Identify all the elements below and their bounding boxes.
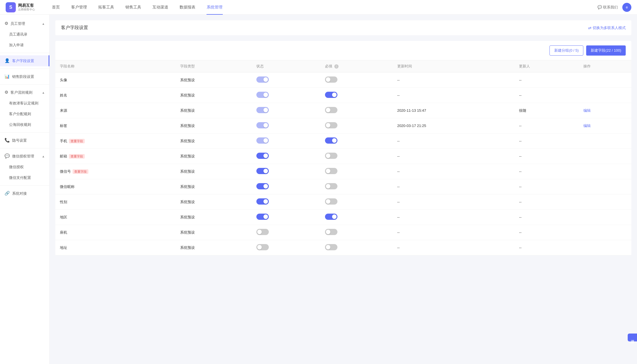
table-row: 手机查重字段系统预设 ---- bbox=[55, 133, 631, 149]
status-toggle[interactable] bbox=[256, 214, 269, 220]
nav-items: 首页 客户管理 拓客工具 销售工具 互动渠道 数据报表 系统管理 bbox=[46, 0, 597, 15]
required-toggle[interactable] bbox=[325, 214, 337, 220]
action-cell bbox=[579, 73, 631, 88]
logo-main: 网易互客 bbox=[18, 3, 35, 8]
required-cell bbox=[320, 133, 392, 149]
wechat-icon: 💬 bbox=[5, 154, 10, 158]
status-toggle[interactable] bbox=[256, 122, 269, 128]
sidebar-header-staff[interactable]: ⚙员工管理 ▲ bbox=[0, 18, 49, 29]
nav-item-system[interactable]: 系统管理 bbox=[201, 0, 228, 15]
sidebar-header-sales-stage[interactable]: 📊销售阶段设置 bbox=[0, 71, 49, 82]
status-cell bbox=[252, 240, 321, 255]
nav-item-interact[interactable]: 互动渠道 bbox=[147, 0, 174, 15]
status-toggle[interactable] bbox=[256, 107, 269, 113]
required-info-icon[interactable]: i bbox=[334, 64, 339, 69]
required-toggle[interactable] bbox=[325, 153, 337, 159]
table-row: 微信号查重字段系统预设 ---- bbox=[55, 164, 631, 179]
update-time-cell: 2020-11-13 15:47 bbox=[393, 103, 515, 118]
message-icon: 💬 bbox=[597, 5, 602, 9]
status-cell bbox=[252, 194, 321, 210]
required-toggle[interactable] bbox=[325, 168, 337, 174]
update-time-cell: -- bbox=[393, 210, 515, 225]
divider-3 bbox=[0, 84, 49, 85]
table-row: 头像系统预设 ---- bbox=[55, 73, 631, 88]
switch-mode-btn[interactable]: ⇄ 切换为多联系人模式 bbox=[588, 25, 626, 30]
sidebar-header-sys-connect[interactable]: 🔗系统对接 bbox=[0, 188, 49, 199]
th-field-type: 字段类型 bbox=[176, 60, 252, 73]
float-message-btn[interactable]: 消息 bbox=[628, 334, 637, 341]
logo-icon: S bbox=[6, 2, 16, 12]
status-toggle[interactable] bbox=[256, 76, 269, 83]
sidebar-item-customer-fields[interactable]: 👤客户字段设置 bbox=[0, 55, 49, 66]
user-avatar[interactable]: e bbox=[622, 3, 631, 12]
page-title: 客户字段设置 bbox=[61, 25, 88, 31]
nav-item-data[interactable]: 数据报表 bbox=[174, 0, 201, 15]
contact-us-btn[interactable]: 💬 联系我们 bbox=[597, 5, 618, 10]
sidebar-header-hide-number[interactable]: 📞隐号设置 bbox=[0, 135, 49, 146]
logo-text: 网易互客 云商销售中心 bbox=[18, 3, 35, 11]
required-toggle[interactable] bbox=[325, 244, 337, 250]
status-toggle[interactable] bbox=[256, 198, 269, 205]
sidebar-item-staff-list[interactable]: 员工通讯录 bbox=[0, 29, 49, 40]
status-toggle[interactable] bbox=[256, 183, 269, 189]
nav-right: 💬 联系我们 e bbox=[597, 3, 631, 12]
updater-cell: -- bbox=[514, 88, 579, 103]
sidebar-header-transfer[interactable]: ⚙客户流转规则 ▲ bbox=[0, 87, 49, 98]
status-toggle[interactable] bbox=[256, 153, 269, 159]
required-cell bbox=[320, 88, 392, 103]
main-content: 客户字段设置 ⇄ 切换为多联系人模式 新建分组(0 / 5) 新建字段(22 /… bbox=[50, 15, 637, 364]
required-toggle[interactable] bbox=[325, 137, 337, 144]
table-row: 姓名系统预设 ---- bbox=[55, 88, 631, 103]
action-cell bbox=[579, 225, 631, 240]
required-toggle[interactable] bbox=[325, 198, 337, 205]
required-toggle[interactable] bbox=[325, 229, 337, 235]
updater-cell: -- bbox=[514, 225, 579, 240]
status-toggle[interactable] bbox=[256, 168, 269, 174]
status-toggle[interactable] bbox=[256, 137, 269, 144]
required-toggle[interactable] bbox=[325, 76, 337, 83]
required-toggle[interactable] bbox=[325, 122, 337, 128]
edit-link[interactable]: 编辑 bbox=[583, 124, 591, 128]
required-cell bbox=[320, 225, 392, 240]
updater-cell: -- bbox=[514, 149, 579, 164]
sidebar-item-wechat-pay[interactable]: 微信支付配置 bbox=[0, 172, 49, 183]
update-time-cell: -- bbox=[393, 240, 515, 255]
nav-item-sales[interactable]: 销售工具 bbox=[120, 0, 147, 15]
edit-link[interactable]: 编辑 bbox=[583, 108, 591, 113]
new-group-btn[interactable]: 新建分组(0 / 5) bbox=[549, 45, 583, 56]
sidebar-item-reclaim-rule[interactable]: 公海回收规则 bbox=[0, 119, 49, 130]
required-toggle[interactable] bbox=[325, 183, 337, 189]
field-type-cell: 系统预设 bbox=[176, 73, 252, 88]
chevron-up-icon: ▲ bbox=[42, 22, 45, 25]
status-toggle[interactable] bbox=[256, 229, 269, 235]
sidebar-item-assign-rule[interactable]: 客户分配规则 bbox=[0, 109, 49, 119]
required-cell bbox=[320, 73, 392, 88]
duplicate-badge: 查重字段 bbox=[69, 154, 85, 159]
nav-item-customer[interactable]: 客户管理 bbox=[66, 0, 93, 15]
action-cell bbox=[579, 164, 631, 179]
status-toggle[interactable] bbox=[256, 92, 269, 98]
required-cell bbox=[320, 210, 392, 225]
sidebar-header-wechat[interactable]: 💬微信授权管理 ▲ bbox=[0, 151, 49, 162]
action-cell bbox=[579, 88, 631, 103]
nav-item-expand[interactable]: 拓客工具 bbox=[93, 0, 120, 15]
sidebar-item-valid-lead[interactable]: 有效潜客认定规则 bbox=[0, 98, 49, 109]
required-toggle[interactable] bbox=[325, 107, 337, 113]
sidebar-item-join-request[interactable]: 加入申请 bbox=[0, 40, 49, 51]
status-cell bbox=[252, 88, 321, 103]
nav-item-home[interactable]: 首页 bbox=[46, 0, 66, 15]
required-toggle[interactable] bbox=[325, 92, 337, 98]
updater-cell: -- bbox=[514, 179, 579, 194]
status-cell bbox=[252, 210, 321, 225]
divider-1 bbox=[0, 53, 49, 53]
status-cell bbox=[252, 73, 321, 88]
status-toggle[interactable] bbox=[256, 244, 269, 250]
new-field-btn[interactable]: 新建字段(22 / 100) bbox=[586, 45, 626, 56]
sidebar-item-wechat-auth[interactable]: 微信授权 bbox=[0, 162, 49, 172]
status-cell bbox=[252, 133, 321, 149]
table-row: 座机系统预设 ---- bbox=[55, 225, 631, 240]
status-cell bbox=[252, 103, 321, 118]
duplicate-badge: 查重字段 bbox=[73, 169, 88, 174]
chart-icon: 📊 bbox=[5, 74, 10, 79]
top-nav: S 网易互客 云商销售中心 首页 客户管理 拓客工具 销售工具 互动渠道 数据报… bbox=[0, 0, 637, 15]
